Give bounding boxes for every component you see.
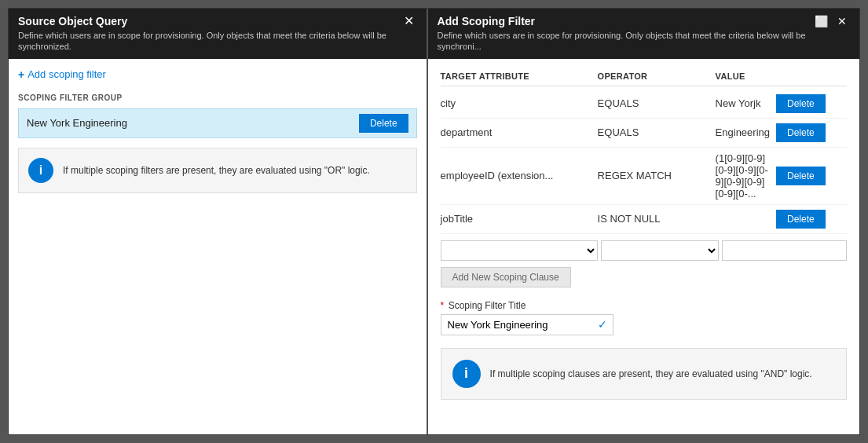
- row-3-attribute: jobTitle: [441, 213, 598, 225]
- left-info-box: i If multiple scoping filters are presen…: [18, 148, 417, 193]
- add-scoping-clause-button[interactable]: Add New Scoping Clause: [441, 267, 571, 287]
- row-0-attribute: city: [441, 97, 598, 109]
- right-panel-subtitle: Define which users are in scope for prov…: [438, 30, 811, 53]
- right-panel-title: Add Scoping Filter: [438, 15, 811, 27]
- row-3-delete-button[interactable]: Delete: [776, 210, 826, 229]
- filter-group-item: New York Engineering Delete: [18, 108, 417, 138]
- left-panel: Source Object Query Define which users a…: [9, 9, 428, 434]
- row-1-value: Engineering: [716, 126, 776, 138]
- left-panel-body: + Add scoping filter SCOPING FILTER GROU…: [9, 59, 427, 434]
- scoping-filter-group-label: SCOPING FILTER GROUP: [18, 93, 417, 102]
- row-2-operator: REGEX MATCH: [598, 170, 716, 181]
- left-panel-close-button[interactable]: ✕: [401, 15, 417, 27]
- table-row: department EQUALS Engineering Delete: [441, 119, 847, 148]
- col-header-operator: OPERATOR: [598, 71, 716, 81]
- col-header-actions: [776, 71, 847, 81]
- table-row: city EQUALS New Yorjk Delete: [441, 90, 847, 119]
- table-row: jobTitle IS NOT NULL Delete: [441, 205, 847, 234]
- row-1-attribute: department: [441, 126, 598, 138]
- right-panel-close-button[interactable]: ✕: [834, 15, 850, 27]
- add-scoping-filter-link[interactable]: + Add scoping filter: [18, 68, 417, 81]
- right-info-icon: i: [452, 360, 481, 388]
- check-icon: ✓: [598, 318, 607, 331]
- right-panel-maximize-button[interactable]: ⬜: [811, 15, 831, 27]
- add-icon: +: [18, 68, 24, 81]
- filter-group-delete-button[interactable]: Delete: [359, 114, 408, 133]
- row-2-delete-cell: Delete: [776, 167, 847, 185]
- new-operator-select[interactable]: [601, 240, 719, 261]
- row-0-value: New Yorjk: [716, 97, 776, 109]
- left-info-text: If multiple scoping filters are present,…: [63, 165, 370, 176]
- row-1-operator: EQUALS: [598, 126, 716, 138]
- row-3-operator: IS NOT NULL: [598, 213, 716, 225]
- scoping-filter-title-text: Scoping Filter Title: [449, 300, 526, 311]
- left-panel-header: Source Object Query Define which users a…: [9, 9, 427, 59]
- right-panel-header: Add Scoping Filter Define which users ar…: [428, 9, 859, 59]
- row-2-delete-button[interactable]: Delete: [776, 167, 826, 185]
- left-panel-subtitle: Define which users are in scope for prov…: [18, 30, 394, 53]
- required-star: *: [441, 300, 445, 311]
- new-attribute-select[interactable]: [441, 240, 598, 261]
- scoping-title-section: * Scoping Filter Title ✓: [441, 300, 847, 335]
- info-icon: i: [28, 158, 53, 183]
- right-info-box: i If multiple scoping clauses are presen…: [441, 348, 847, 400]
- table-row: employeeID (extension... REGEX MATCH (1[…: [441, 148, 847, 205]
- title-input-wrapper: ✓: [441, 314, 613, 335]
- new-value-input[interactable]: [722, 240, 847, 261]
- filter-group-name: New York Engineering: [27, 117, 359, 129]
- row-1-delete-cell: Delete: [776, 123, 847, 142]
- row-2-attribute: employeeID (extension...: [441, 170, 598, 181]
- right-info-text: If multiple scoping clauses are present,…: [490, 368, 812, 379]
- new-row-inputs: [441, 240, 847, 261]
- row-1-delete-button[interactable]: Delete: [776, 123, 826, 142]
- scoping-filter-title-input[interactable]: [441, 314, 613, 335]
- table-header: TARGET ATTRIBUTE OPERATOR VALUE: [441, 68, 847, 86]
- col-header-value: VALUE: [716, 71, 776, 81]
- right-panel-body: TARGET ATTRIBUTE OPERATOR VALUE city EQU…: [428, 59, 859, 434]
- scoping-filter-title-label: * Scoping Filter Title: [441, 300, 847, 311]
- row-0-delete-button[interactable]: Delete: [776, 94, 826, 113]
- col-header-target-attribute: TARGET ATTRIBUTE: [441, 71, 598, 81]
- right-panel: Add Scoping Filter Define which users ar…: [428, 9, 859, 434]
- row-3-delete-cell: Delete: [776, 210, 847, 229]
- row-2-value: (1[0-9][0-9][0-9][0-9][0-9][0-9][0-9][0-…: [716, 152, 776, 200]
- left-panel-title: Source Object Query: [18, 15, 394, 27]
- add-filter-label: Add scoping filter: [27, 68, 106, 80]
- row-0-delete-cell: Delete: [776, 94, 847, 113]
- row-0-operator: EQUALS: [598, 97, 716, 109]
